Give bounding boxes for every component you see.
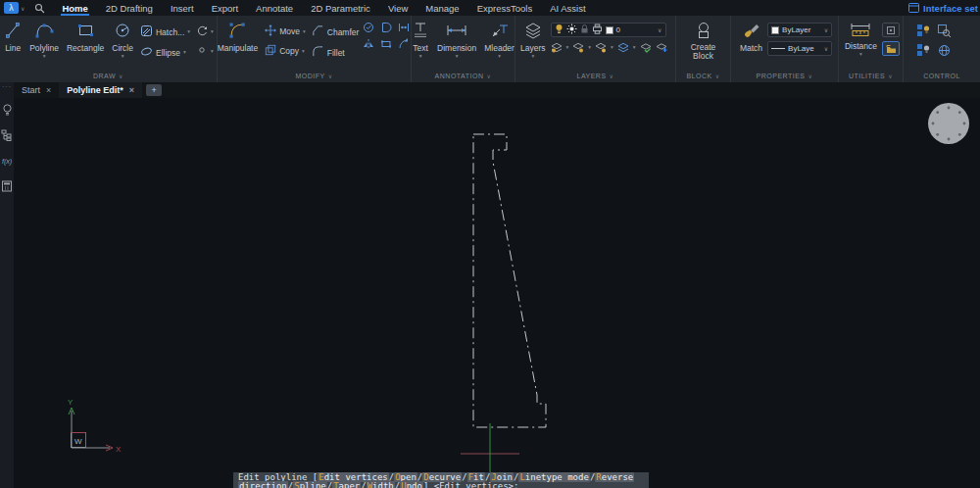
- offset-tool-icon[interactable]: [380, 22, 392, 33]
- zoom-selection-control-icon[interactable]: [936, 23, 952, 38]
- layer-select[interactable]: 0 ∨: [551, 23, 666, 37]
- chevron-down-icon[interactable]: ▾: [498, 54, 501, 59]
- new-tab-button[interactable]: +: [146, 84, 162, 96]
- rectangle-button[interactable]: Rectangle: [64, 20, 107, 54]
- layer-lock-tool-icon[interactable]: [595, 41, 607, 53]
- menu-2d-drafting[interactable]: 2D Drafting: [97, 0, 162, 16]
- fillet-button[interactable]: Fillet: [310, 44, 362, 61]
- chevron-down-icon[interactable]: ∨: [658, 26, 662, 33]
- annotation-group-label[interactable]: ANNOTATION∨: [412, 70, 514, 82]
- copy-button[interactable]: Copy ▾: [263, 43, 308, 59]
- interface-set-button[interactable]: Interface set: [923, 3, 978, 14]
- point-button[interactable]: ▾: [194, 43, 216, 59]
- chevron-down-icon[interactable]: ▾: [303, 29, 306, 34]
- create-block-button[interactable]: Create Block: [681, 20, 726, 62]
- app-logo-button[interactable]: λ: [4, 2, 19, 14]
- move-button[interactable]: Move ▾: [263, 24, 308, 39]
- menu-home[interactable]: Home: [53, 0, 96, 16]
- option-reverse-direction[interactable]: direction: [238, 481, 288, 488]
- manipulate-button[interactable]: Manipulate: [215, 20, 262, 54]
- layers-group-label[interactable]: LAYERS∨: [515, 70, 675, 82]
- option-width[interactable]: Width: [367, 481, 395, 488]
- layers-button[interactable]: Layers ▾: [517, 20, 549, 60]
- match-properties-button[interactable]: Match: [737, 20, 765, 54]
- settings-globe-control-icon[interactable]: [936, 42, 952, 58]
- chevron-down-icon[interactable]: ▾: [211, 49, 214, 54]
- quick-select-button[interactable]: [882, 41, 900, 56]
- chevron-down-icon[interactable]: ▾: [859, 52, 862, 57]
- chevron-down-icon[interactable]: ▾: [183, 50, 186, 55]
- search-icon[interactable]: [34, 3, 45, 14]
- menu-2d-parametric[interactable]: 2D Parametric: [302, 0, 379, 16]
- layer-color-swatch[interactable]: [606, 26, 613, 34]
- layer-dim-control-icon[interactable]: [915, 42, 931, 58]
- option-spline[interactable]: Spline: [293, 481, 327, 488]
- tips-bulb-icon[interactable]: [1, 104, 13, 116]
- parameters-fx-icon[interactable]: f(x): [1, 155, 13, 167]
- close-icon[interactable]: ×: [129, 85, 134, 95]
- option-linetype-mode[interactable]: Linetype mode: [518, 472, 589, 482]
- polyline-button[interactable]: Polyline ▾: [26, 20, 62, 60]
- lock-icon[interactable]: [580, 24, 589, 36]
- dimension-button[interactable]: Dimension ▾: [434, 20, 479, 60]
- color-select[interactable]: ByLayer ∨: [767, 23, 832, 37]
- distance-button[interactable]: Distance ▾: [842, 20, 880, 58]
- app-menu-chevron-icon[interactable]: ∨: [21, 5, 24, 12]
- chevron-down-icon[interactable]: ▾: [566, 45, 569, 50]
- line-button[interactable]: Line: [1, 20, 24, 54]
- option-reverse[interactable]: Reverse: [595, 472, 634, 482]
- chevron-down-icon[interactable]: ▾: [419, 54, 422, 59]
- structure-panel-icon[interactable]: [1, 129, 13, 141]
- chevron-down-icon[interactable]: ▾: [611, 45, 613, 50]
- chevron-down-icon[interactable]: ▾: [633, 45, 636, 50]
- mirror-tool-icon[interactable]: [363, 38, 374, 50]
- mleader-button[interactable]: Mleader ▾: [481, 20, 517, 60]
- printer-icon[interactable]: [592, 24, 603, 36]
- rotate-tool-icon[interactable]: [363, 22, 374, 33]
- chevron-down-icon[interactable]: ▾: [187, 29, 190, 34]
- chevron-down-icon[interactable]: ▾: [122, 54, 124, 59]
- chevron-down-icon[interactable]: ▾: [588, 45, 591, 50]
- draw-group-label[interactable]: DRAW∨: [0, 70, 217, 82]
- id-point-button[interactable]: [882, 23, 900, 37]
- layer-freeze-tool-icon[interactable]: [572, 41, 584, 53]
- chevron-down-icon[interactable]: ▾: [531, 54, 534, 59]
- option-taper[interactable]: Taper: [332, 481, 361, 488]
- bulb-on-icon[interactable]: [555, 24, 564, 36]
- properties-group-label[interactable]: PROPERTIES∨: [731, 70, 838, 82]
- chevron-down-icon[interactable]: ▾: [43, 54, 46, 59]
- menu-export[interactable]: Export: [203, 0, 247, 16]
- menu-manage[interactable]: Manage: [416, 0, 467, 16]
- chevron-down-icon[interactable]: ▾: [302, 49, 305, 54]
- tab-start[interactable]: Start ×: [14, 82, 59, 98]
- sun-icon[interactable]: [566, 24, 577, 36]
- menu-insert[interactable]: Insert: [162, 0, 203, 16]
- chamfer-button[interactable]: Chamfer: [310, 24, 362, 40]
- layer-set-current-tool-icon[interactable]: [640, 41, 652, 53]
- layer-light-control-icon[interactable]: [915, 23, 931, 38]
- menu-expresstools[interactable]: ExpressTools: [468, 0, 542, 16]
- utilities-group-label[interactable]: UTILITIES∨: [839, 70, 903, 82]
- block-group-label[interactable]: BLOCK∨: [676, 70, 730, 82]
- chevron-down-icon[interactable]: ▾: [211, 29, 214, 34]
- close-icon[interactable]: ×: [46, 85, 51, 95]
- chevron-down-icon[interactable]: ▾: [456, 54, 459, 59]
- calculator-panel-icon[interactable]: [1, 180, 13, 192]
- scale-tool-icon[interactable]: [380, 38, 392, 50]
- command-line[interactable]: Edit polyline [Edit vertices/Open/Decurv…: [233, 472, 649, 488]
- tab-polyline-edit[interactable]: Polyline Edit* ×: [59, 82, 142, 98]
- option-undo[interactable]: Undo: [400, 481, 423, 488]
- linetype-select[interactable]: ByLaye ∨: [767, 41, 832, 56]
- modify-group-label[interactable]: MODIFY∨: [218, 70, 411, 82]
- drawing-canvas[interactable]: [14, 98, 980, 488]
- hatch-button[interactable]: Hatch... ▾: [138, 24, 192, 40]
- menu-view[interactable]: View: [379, 0, 416, 16]
- layer-states-tool-icon[interactable]: [617, 41, 629, 53]
- revision-cloud-button[interactable]: ▾: [194, 24, 216, 39]
- circle-button[interactable]: Circle ▾: [109, 20, 136, 60]
- layer-off-tool-icon[interactable]: [551, 41, 563, 53]
- panel-drag-handle[interactable]: ···: [2, 84, 12, 90]
- menu-annotate[interactable]: Annotate: [247, 0, 302, 16]
- menu-ai-assist[interactable]: AI Assist: [541, 0, 594, 16]
- layer-new-tool-icon[interactable]: [656, 41, 667, 53]
